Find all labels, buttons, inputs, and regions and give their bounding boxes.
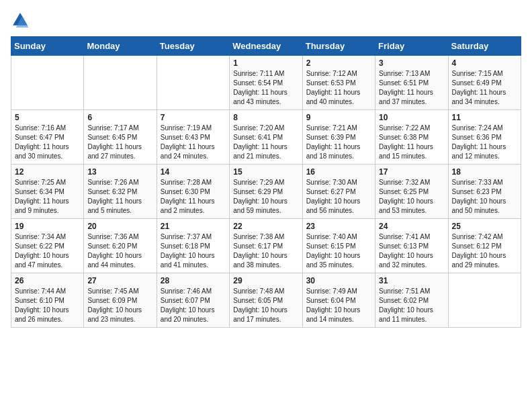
calendar-body: 1Sunrise: 7:11 AM Sunset: 6:54 PM Daylig… (11, 56, 521, 328)
day-number: 29 (233, 276, 298, 285)
calendar-cell: 24Sunrise: 7:41 AM Sunset: 6:13 PM Dayli… (375, 219, 448, 273)
day-number: 26 (15, 276, 80, 285)
day-number: 24 (379, 222, 444, 231)
header-day-sunday: Sunday (11, 37, 84, 56)
calendar-week-4: 26Sunrise: 7:44 AM Sunset: 6:10 PM Dayli… (11, 273, 521, 328)
day-number: 10 (379, 113, 444, 122)
day-number: 9 (306, 113, 371, 122)
calendar-cell: 13Sunrise: 7:26 AM Sunset: 6:32 PM Dayli… (84, 165, 157, 219)
cell-details: Sunrise: 7:15 AM Sunset: 6:49 PM Dayligh… (452, 69, 517, 107)
calendar-cell: 8Sunrise: 7:20 AM Sunset: 6:41 PM Daylig… (230, 110, 302, 165)
header-row: SundayMondayTuesdayWednesdayThursdayFrid… (11, 37, 521, 56)
cell-details: Sunrise: 7:33 AM Sunset: 6:23 PM Dayligh… (452, 178, 517, 216)
day-number: 22 (233, 222, 298, 231)
calendar-header: SundayMondayTuesdayWednesdayThursdayFrid… (11, 37, 521, 56)
day-number: 3 (379, 58, 444, 68)
calendar-week-1: 5Sunrise: 7:16 AM Sunset: 6:47 PM Daylig… (11, 110, 521, 165)
cell-details: Sunrise: 7:19 AM Sunset: 6:43 PM Dayligh… (161, 124, 226, 161)
day-number: 31 (379, 276, 444, 285)
calendar-cell: 31Sunrise: 7:51 AM Sunset: 6:02 PM Dayli… (375, 273, 448, 328)
cell-details: Sunrise: 7:40 AM Sunset: 6:15 PM Dayligh… (306, 232, 371, 270)
calendar-cell: 29Sunrise: 7:48 AM Sunset: 6:05 PM Dayli… (230, 273, 302, 328)
cell-details: Sunrise: 7:13 AM Sunset: 6:51 PM Dayligh… (379, 69, 444, 107)
cell-details: Sunrise: 7:16 AM Sunset: 6:47 PM Dayligh… (15, 124, 80, 161)
day-number: 17 (379, 167, 444, 177)
cell-details: Sunrise: 7:28 AM Sunset: 6:30 PM Dayligh… (161, 178, 226, 216)
day-number: 16 (306, 167, 371, 177)
cell-details: Sunrise: 7:46 AM Sunset: 6:07 PM Dayligh… (161, 287, 226, 324)
calendar-week-2: 12Sunrise: 7:25 AM Sunset: 6:34 PM Dayli… (11, 165, 521, 219)
day-number: 11 (452, 113, 517, 122)
calendar-cell: 3Sunrise: 7:13 AM Sunset: 6:51 PM Daylig… (375, 56, 448, 110)
header-day-wednesday: Wednesday (230, 37, 302, 56)
day-number: 13 (87, 167, 152, 177)
calendar-cell: 19Sunrise: 7:34 AM Sunset: 6:22 PM Dayli… (11, 219, 84, 273)
calendar-cell: 22Sunrise: 7:38 AM Sunset: 6:17 PM Dayli… (230, 219, 302, 273)
day-number: 18 (452, 167, 517, 177)
cell-details: Sunrise: 7:49 AM Sunset: 6:04 PM Dayligh… (306, 287, 371, 324)
cell-details: Sunrise: 7:44 AM Sunset: 6:10 PM Dayligh… (15, 287, 80, 324)
day-number: 20 (87, 222, 152, 231)
calendar-cell: 6Sunrise: 7:17 AM Sunset: 6:45 PM Daylig… (84, 110, 157, 165)
cell-details: Sunrise: 7:45 AM Sunset: 6:09 PM Dayligh… (87, 287, 152, 324)
day-number: 23 (306, 222, 371, 231)
cell-details: Sunrise: 7:30 AM Sunset: 6:27 PM Dayligh… (306, 178, 371, 216)
day-number: 12 (15, 167, 80, 177)
header-day-friday: Friday (375, 37, 448, 56)
day-number: 25 (452, 222, 517, 231)
calendar-cell: 23Sunrise: 7:40 AM Sunset: 6:15 PM Dayli… (302, 219, 375, 273)
calendar-cell: 28Sunrise: 7:46 AM Sunset: 6:07 PM Dayli… (157, 273, 229, 328)
calendar-cell (157, 56, 229, 110)
cell-details: Sunrise: 7:24 AM Sunset: 6:36 PM Dayligh… (452, 124, 517, 161)
logo (11, 11, 32, 30)
calendar-cell: 16Sunrise: 7:30 AM Sunset: 6:27 PM Dayli… (302, 165, 375, 219)
calendar-cell: 17Sunrise: 7:32 AM Sunset: 6:25 PM Dayli… (375, 165, 448, 219)
calendar-cell: 9Sunrise: 7:21 AM Sunset: 6:39 PM Daylig… (302, 110, 375, 165)
header-day-tuesday: Tuesday (157, 37, 229, 56)
calendar-cell (11, 56, 84, 110)
cell-details: Sunrise: 7:32 AM Sunset: 6:25 PM Dayligh… (379, 178, 444, 216)
day-number: 19 (15, 222, 80, 231)
cell-details: Sunrise: 7:41 AM Sunset: 6:13 PM Dayligh… (379, 232, 444, 270)
cell-details: Sunrise: 7:12 AM Sunset: 6:53 PM Dayligh… (306, 69, 371, 107)
calendar-cell: 21Sunrise: 7:37 AM Sunset: 6:18 PM Dayli… (157, 219, 229, 273)
calendar-cell: 26Sunrise: 7:44 AM Sunset: 6:10 PM Dayli… (11, 273, 84, 328)
day-number: 5 (15, 113, 80, 122)
calendar-cell: 4Sunrise: 7:15 AM Sunset: 6:49 PM Daylig… (448, 56, 521, 110)
logo-icon (11, 11, 30, 30)
calendar-cell: 7Sunrise: 7:19 AM Sunset: 6:43 PM Daylig… (157, 110, 229, 165)
day-number: 15 (233, 167, 298, 177)
calendar-cell (448, 273, 521, 328)
day-number: 7 (161, 113, 226, 122)
day-number: 30 (306, 276, 371, 285)
page-header (11, 11, 521, 30)
calendar-cell: 30Sunrise: 7:49 AM Sunset: 6:04 PM Dayli… (302, 273, 375, 328)
cell-details: Sunrise: 7:48 AM Sunset: 6:05 PM Dayligh… (233, 287, 298, 324)
day-number: 1 (233, 58, 298, 68)
calendar-cell: 20Sunrise: 7:36 AM Sunset: 6:20 PM Dayli… (84, 219, 157, 273)
day-number: 21 (161, 222, 226, 231)
header-day-monday: Monday (84, 37, 157, 56)
day-number: 28 (161, 276, 226, 285)
calendar-cell: 11Sunrise: 7:24 AM Sunset: 6:36 PM Dayli… (448, 110, 521, 165)
day-number: 14 (161, 167, 226, 177)
cell-details: Sunrise: 7:38 AM Sunset: 6:17 PM Dayligh… (233, 232, 298, 270)
calendar-week-3: 19Sunrise: 7:34 AM Sunset: 6:22 PM Dayli… (11, 219, 521, 273)
calendar-cell: 25Sunrise: 7:42 AM Sunset: 6:12 PM Dayli… (448, 219, 521, 273)
calendar-cell (84, 56, 157, 110)
day-number: 8 (233, 113, 298, 122)
calendar-cell: 1Sunrise: 7:11 AM Sunset: 6:54 PM Daylig… (230, 56, 302, 110)
day-number: 6 (87, 113, 152, 122)
cell-details: Sunrise: 7:26 AM Sunset: 6:32 PM Dayligh… (87, 178, 152, 216)
cell-details: Sunrise: 7:37 AM Sunset: 6:18 PM Dayligh… (161, 232, 226, 270)
calendar-cell: 10Sunrise: 7:22 AM Sunset: 6:38 PM Dayli… (375, 110, 448, 165)
cell-details: Sunrise: 7:11 AM Sunset: 6:54 PM Dayligh… (233, 69, 298, 107)
day-number: 4 (452, 58, 517, 68)
calendar-cell: 27Sunrise: 7:45 AM Sunset: 6:09 PM Dayli… (84, 273, 157, 328)
day-number: 2 (306, 58, 371, 68)
cell-details: Sunrise: 7:36 AM Sunset: 6:20 PM Dayligh… (87, 232, 152, 270)
cell-details: Sunrise: 7:51 AM Sunset: 6:02 PM Dayligh… (379, 287, 444, 324)
calendar-cell: 5Sunrise: 7:16 AM Sunset: 6:47 PM Daylig… (11, 110, 84, 165)
header-day-saturday: Saturday (448, 37, 521, 56)
cell-details: Sunrise: 7:29 AM Sunset: 6:29 PM Dayligh… (233, 178, 298, 216)
